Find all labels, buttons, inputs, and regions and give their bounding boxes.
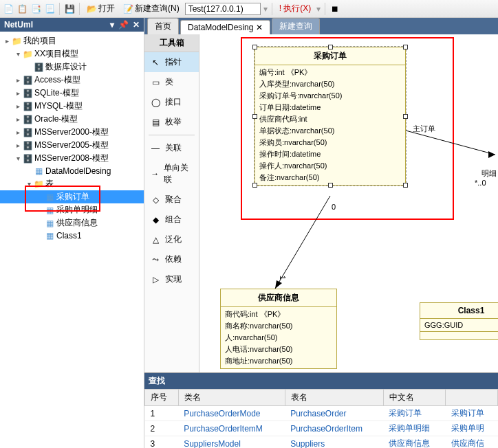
- project-tree[interactable]: ▸📁我的项目▾📁XX项目模型🗄️数据库设计▸🗄️Access-模型▸🗄️SQLi…: [0, 32, 144, 448]
- class-attribute: GGG:GUID: [424, 320, 498, 330]
- find-table: 序号类名表名中文名 1PurchaseOrderModePurchaseOrde…: [144, 389, 498, 448]
- connection-select[interactable]: Test(127.0.0.1): [185, 3, 261, 15]
- toolbox-item[interactable]: ◆组合: [144, 210, 199, 229]
- tree-node[interactable]: ▦DataModelDesing: [0, 165, 144, 177]
- tree-title: NetUml: [4, 20, 33, 30]
- class-attribute: 商地址:nvarchar(50): [225, 355, 332, 367]
- find-col-header[interactable]: 中文名: [383, 390, 445, 406]
- highlight-box: [25, 186, 100, 212]
- class-attribute: 操作人:nvarchar(50): [259, 160, 401, 172]
- assoc-label: 明细: [481, 168, 497, 179]
- toolbox-header: 工具箱: [144, 34, 199, 52]
- toolbox-item[interactable]: △泛化: [144, 229, 199, 249]
- find-row[interactable]: 2PurchaseOrderItemMPurchaseOrderItem采购单明…: [145, 421, 498, 436]
- tree-node[interactable]: 🗄️数据库设计: [0, 60, 144, 74]
- save-icon[interactable]: 💾: [64, 3, 75, 14]
- assoc-mult: 1: [279, 276, 287, 280]
- svg-marker-3: [275, 280, 282, 289]
- uml-class-purchase-order[interactable]: 采购订单 编号:int 《PK》入库类型:nvarchar(50)采购订单号:n…: [255, 47, 406, 186]
- toolbox-item[interactable]: —关联: [144, 138, 199, 158]
- tree-node[interactable]: ▸🗄️MYSQL-模型: [0, 100, 144, 113]
- doc-icon[interactable]: 📄: [3, 3, 14, 14]
- toolbox-item[interactable]: ▭类: [144, 72, 199, 92]
- doc3-icon[interactable]: 📑: [30, 3, 41, 14]
- find-row[interactable]: 1PurchaseOrderModePurchaseOrder采购订单采购订单: [145, 406, 498, 421]
- doc4-icon[interactable]: 📃: [44, 3, 55, 14]
- class-title: 供应商信息: [221, 289, 336, 307]
- project-tree-panel: NetUml ▾📌✕ ▸📁我的项目▾📁XX项目模型🗄️数据库设计▸🗄️Acces…: [0, 18, 144, 448]
- find-row[interactable]: 3SuppliersModelSuppliers供应商信息供应商信: [145, 436, 498, 449]
- toolbox-item[interactable]: →单向关联: [144, 158, 199, 190]
- find-header: 查找: [144, 373, 498, 389]
- class-attribute: 操作时间:datetime: [259, 148, 401, 160]
- class-attribute: 人:nvarchar(50): [225, 332, 332, 344]
- toolbox-item[interactable]: ↖指针: [144, 52, 199, 72]
- class-attribute: 商代码:int 《PK》: [225, 309, 332, 320]
- open-button[interactable]: 📂打开: [84, 1, 118, 16]
- new-query-button[interactable]: 📝新建查询(N): [120, 1, 182, 16]
- toolbox-item[interactable]: ▤枚举: [144, 112, 199, 132]
- toolbox: 工具箱 ↖指针▭类◯接口▤枚举—关联→单向关联◇聚合◆组合△泛化⤳依赖▷实现: [144, 34, 199, 372]
- class-attribute: 采购订单号:nvarchar(50): [259, 90, 401, 102]
- class-title: Class1: [420, 303, 498, 319]
- tree-node[interactable]: ▾📁XX项目模型: [0, 47, 144, 60]
- tab-datamodel[interactable]: DataModelDesing ✕: [180, 20, 270, 34]
- class-attribute: 人电话:nvarchar(50): [225, 344, 332, 355]
- dropdown-icon[interactable]: ▾: [110, 20, 114, 30]
- find-col-header[interactable]: 类名: [178, 390, 285, 406]
- assoc-mult: *..0: [475, 179, 486, 187]
- execute-button[interactable]: ! 执行(X): [277, 1, 314, 16]
- tree-node[interactable]: ▦Class1: [0, 229, 144, 242]
- toolbox-item[interactable]: ◇聚合: [144, 190, 199, 210]
- stop-icon[interactable]: ⏹: [329, 3, 340, 14]
- class-attribute: 供应商代码:int: [259, 113, 401, 125]
- find-col-header[interactable]: 序号: [145, 390, 179, 406]
- toolbox-item[interactable]: ⤳依赖: [144, 249, 199, 269]
- tab-newquery[interactable]: 新建查询: [272, 18, 320, 34]
- class-attribute: 入库类型:nvarchar(50): [259, 78, 401, 90]
- tree-node[interactable]: ▦供应商信息: [0, 216, 144, 229]
- assoc-mult: 0: [332, 203, 336, 211]
- class-attribute: 备注:nvarchar(50): [259, 172, 401, 183]
- tree-header: NetUml ▾📌✕: [0, 18, 144, 32]
- class-title: 采购订单: [255, 47, 405, 65]
- toolbox-item[interactable]: ▷实现: [144, 269, 199, 289]
- class-attribute: 单据状态:nvarchar(50): [259, 125, 401, 137]
- find-col-header[interactable]: [446, 390, 498, 406]
- main-toolbar: 📄 📋 📑 📃 💾 📂打开 📝新建查询(N) Test(127.0.0.1) ▾…: [0, 0, 498, 18]
- class-attribute: 采购员:nvarchar(50): [259, 137, 401, 148]
- toolbox-item[interactable]: ◯接口: [144, 92, 199, 112]
- close-tab-icon[interactable]: ✕: [256, 23, 263, 32]
- tree-node[interactable]: ▸🗄️Access-模型: [0, 74, 144, 87]
- class-attribute: 订单日期:datetime: [259, 102, 401, 113]
- tree-node[interactable]: ▸📁我的项目: [0, 34, 144, 47]
- uml-class-class1[interactable]: Class1 GGG:GUID: [420, 302, 498, 340]
- uml-class-supplier[interactable]: 供应商信息 商代码:int 《PK》商名称:nvarchar(50)人:nvar…: [220, 289, 337, 369]
- design-canvas[interactable]: 采购订单 编号:int 《PK》入库类型:nvarchar(50)采购订单号:n…: [199, 34, 498, 372]
- class-attribute: 编号:int 《PK》: [259, 67, 401, 78]
- close-icon[interactable]: ✕: [133, 20, 140, 30]
- class-attribute: 商名称:nvarchar(50): [225, 320, 332, 332]
- find-col-header[interactable]: 表名: [285, 390, 383, 406]
- doc2-icon[interactable]: 📋: [17, 3, 28, 14]
- tree-node[interactable]: ▸🗄️SQLite-模型: [0, 87, 144, 100]
- tree-node[interactable]: ▸🗄️Oracle-模型: [0, 113, 144, 126]
- tree-node[interactable]: ▾🗄️MSServer2008-模型: [0, 152, 144, 165]
- find-panel: 查找 序号类名表名中文名 1PurchaseOrderModePurchaseO…: [144, 372, 498, 448]
- tree-node[interactable]: ▸🗄️MSServer2005-模型: [0, 139, 144, 152]
- pin-icon[interactable]: 📌: [118, 20, 129, 30]
- assoc-label: 主订单: [413, 124, 435, 134]
- tab-home[interactable]: 首页: [147, 18, 179, 34]
- tree-node[interactable]: ▸🗄️MSServer2000-模型: [0, 126, 144, 139]
- svg-marker-1: [488, 151, 495, 158]
- editor-tabs: 首页 DataModelDesing ✕ 新建查询: [144, 18, 498, 34]
